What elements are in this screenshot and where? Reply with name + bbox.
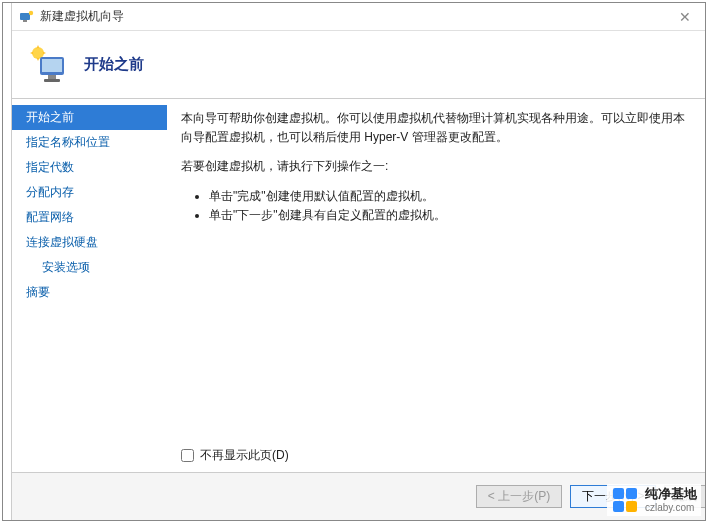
watermark-text: 纯净基地 czlaby.com bbox=[645, 487, 697, 512]
watermark-logo-icon bbox=[611, 486, 639, 514]
svg-rect-7 bbox=[44, 79, 60, 82]
svg-point-2 bbox=[29, 10, 33, 14]
wizard-footer: < 上一步(P) 下一步(N) > 完成 bbox=[12, 472, 705, 520]
dont-show-again-row: 不再显示此页(D) bbox=[181, 447, 687, 472]
step-summary[interactable]: 摘要 bbox=[12, 280, 167, 305]
window-title: 新建虚拟机向导 bbox=[40, 8, 124, 25]
app-icon bbox=[18, 9, 34, 25]
wizard-body: 开始之前 指定名称和位置 指定代数 分配内存 配置网络 连接虚拟硬盘 安装选项 … bbox=[12, 99, 705, 472]
svg-rect-6 bbox=[48, 75, 56, 79]
svg-rect-1 bbox=[23, 20, 27, 22]
wizard-header: 开始之前 bbox=[12, 31, 705, 99]
step-network[interactable]: 配置网络 bbox=[12, 205, 167, 230]
step-install-options[interactable]: 安装选项 bbox=[12, 255, 167, 280]
dont-show-again-label[interactable]: 不再显示此页(D) bbox=[200, 447, 289, 464]
intro-paragraph-2: 若要创建虚拟机，请执行下列操作之一: bbox=[181, 157, 687, 176]
titlebar: 新建虚拟机向导 ✕ bbox=[12, 3, 705, 31]
wizard-header-icon bbox=[26, 43, 70, 87]
watermark: 纯净基地 czlaby.com bbox=[607, 484, 701, 516]
step-vhd[interactable]: 连接虚拟硬盘 bbox=[12, 230, 167, 255]
svg-rect-10 bbox=[613, 501, 624, 512]
step-memory[interactable]: 分配内存 bbox=[12, 180, 167, 205]
watermark-text-en: czlaby.com bbox=[645, 502, 697, 513]
svg-rect-11 bbox=[626, 501, 637, 512]
step-before-begin[interactable]: 开始之前 bbox=[12, 105, 167, 130]
page-title: 开始之前 bbox=[84, 55, 144, 74]
close-button[interactable]: ✕ bbox=[671, 7, 699, 27]
bullet-next: 单击"下一步"创建具有自定义配置的虚拟机。 bbox=[209, 206, 687, 225]
svg-rect-5 bbox=[42, 59, 62, 72]
svg-rect-8 bbox=[613, 488, 624, 499]
step-name-location[interactable]: 指定名称和位置 bbox=[12, 130, 167, 155]
dont-show-again-checkbox[interactable] bbox=[181, 449, 194, 462]
intro-paragraph-1: 本向导可帮助你创建虚拟机。你可以使用虚拟机代替物理计算机实现各种用途。可以立即使… bbox=[181, 109, 687, 147]
instruction-list: 单击"完成"创建使用默认值配置的虚拟机。 单击"下一步"创建具有自定义配置的虚拟… bbox=[181, 187, 687, 225]
svg-rect-0 bbox=[20, 13, 30, 20]
wizard-content: 本向导可帮助你创建虚拟机。你可以使用虚拟机代替物理计算机实现各种用途。可以立即使… bbox=[167, 99, 705, 472]
wizard-steps-sidebar: 开始之前 指定名称和位置 指定代数 分配内存 配置网络 连接虚拟硬盘 安装选项 … bbox=[12, 99, 167, 472]
watermark-text-cn: 纯净基地 bbox=[645, 487, 697, 501]
wizard-window: 新建虚拟机向导 ✕ 开始之前 开始之前 指定名称和位置 指定代数 bbox=[11, 3, 705, 520]
step-generation[interactable]: 指定代数 bbox=[12, 155, 167, 180]
svg-rect-9 bbox=[626, 488, 637, 499]
previous-button: < 上一步(P) bbox=[476, 485, 562, 508]
bullet-finish: 单击"完成"创建使用默认值配置的虚拟机。 bbox=[209, 187, 687, 206]
